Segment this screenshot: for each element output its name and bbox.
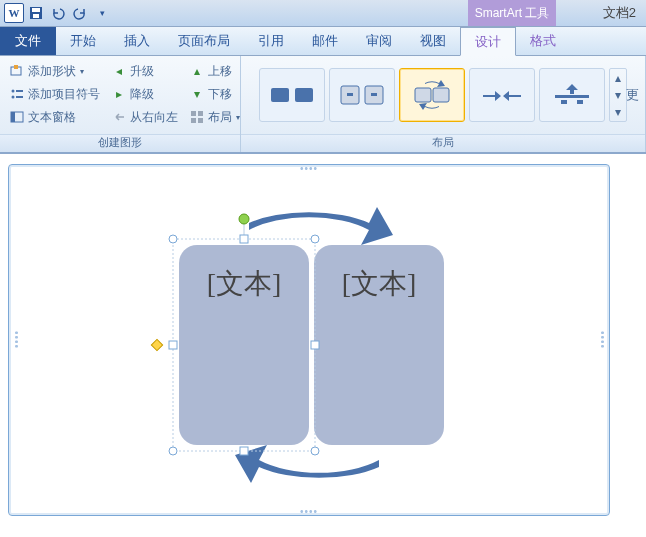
rtl-button[interactable]: 从右向左 [108,106,182,128]
title-bar: W ▾ SmartArt 工具 文档2 [0,0,646,27]
rtl-label: 从右向左 [130,109,178,126]
smartart-text-right[interactable]: [文本] [342,268,417,299]
scroll-up-icon: ▴ [610,69,626,86]
svg-point-5 [12,90,15,93]
layout-gallery: ▴ ▾ ▾ [259,68,627,122]
svg-rect-6 [16,90,23,92]
tab-home[interactable]: 开始 [56,27,110,55]
svg-rect-13 [191,118,196,123]
move-up-button[interactable]: ▴ 上移 [186,60,244,82]
tab-insert[interactable]: 插入 [110,27,164,55]
resize-handle-nw[interactable] [169,235,177,243]
resize-handle-sw[interactable] [169,447,177,455]
text-pane-label: 文本窗格 [28,109,76,126]
move-up-icon: ▴ [190,64,204,78]
gallery-expand-icon: ▾ [610,104,626,121]
group-create-label: 创建图形 [0,134,240,152]
demote-button[interactable]: ▸ 降级 [108,83,182,105]
frame-handle-bottom[interactable]: •••• [300,506,318,517]
undo-icon[interactable] [48,3,68,23]
ribbon: 添加形状 ▾ 添加项目符号 文本窗格 ◂ 升级 ▸ [0,56,646,154]
layout-option-4[interactable] [469,68,535,122]
svg-rect-1 [32,8,40,12]
tab-format[interactable]: 格式 [516,27,570,55]
smartart-text-left[interactable]: [文本] [207,268,282,299]
layout-split-button[interactable]: 布局 ▾ [186,106,244,128]
svg-rect-22 [371,93,377,96]
svg-rect-26 [561,100,567,104]
word-app-icon[interactable]: W [4,3,24,23]
scroll-down-icon: ▾ [610,86,626,103]
resize-handle-s[interactable] [240,447,248,455]
layout-option-5[interactable] [539,68,605,122]
tab-design[interactable]: 设计 [460,27,516,56]
quick-access-toolbar: W ▾ [0,3,112,23]
svg-rect-23 [415,88,431,102]
text-pane-icon [10,110,24,124]
promote-button[interactable]: ◂ 升级 [108,60,182,82]
dropdown-icon: ▾ [236,113,240,122]
svg-rect-10 [11,112,15,122]
resize-handle-e[interactable] [311,341,319,349]
svg-rect-15 [271,88,289,102]
adjust-handle[interactable] [151,339,162,350]
svg-rect-24 [433,88,449,102]
document-canvas[interactable]: •••• •••• •••• •••• [文本] [文本] [0,154,646,526]
svg-rect-2 [33,14,39,18]
tab-mail[interactable]: 邮件 [298,27,352,55]
svg-rect-8 [16,96,23,98]
add-shape-button[interactable]: 添加形状 ▾ [6,60,104,82]
bullet-icon [10,87,24,101]
layout-split-label: 布局 [208,109,232,126]
rtl-icon [112,110,126,124]
add-shape-label: 添加形状 [28,63,76,80]
add-bullet-label: 添加项目符号 [28,86,100,103]
promote-icon: ◂ [112,64,126,78]
redo-icon[interactable] [70,3,90,23]
svg-rect-21 [347,93,353,96]
layout-option-2[interactable] [329,68,395,122]
svg-rect-27 [577,100,583,104]
group-layout-label: 布局 [241,134,645,152]
smartart-frame[interactable]: •••• •••• •••• •••• [文本] [文本] [8,164,610,516]
file-tab[interactable]: 文件 [0,27,56,55]
layout-gallery-more[interactable]: ▴ ▾ ▾ [609,68,627,122]
frame-handle-right[interactable]: •••• [596,331,607,349]
svg-rect-16 [295,88,313,102]
layout-option-1[interactable] [259,68,325,122]
svg-point-7 [12,96,15,99]
layout-option-3-selected[interactable] [399,68,465,122]
move-down-button[interactable]: ▾ 下移 [186,83,244,105]
svg-rect-4 [14,65,18,69]
resize-handle-n[interactable] [240,235,248,243]
group-layout: ▴ ▾ ▾ 更 布局 [241,56,646,152]
tab-view[interactable]: 视图 [406,27,460,55]
resize-handle-ne[interactable] [311,235,319,243]
resize-handle-w[interactable] [169,341,177,349]
dropdown-icon: ▾ [80,67,84,76]
tab-reference[interactable]: 引用 [244,27,298,55]
resize-handle-se[interactable] [311,447,319,455]
contextual-tab-label: SmartArt 工具 [468,0,556,26]
group-create-graphic: 添加形状 ▾ 添加项目符号 文本窗格 ◂ 升级 ▸ [0,56,241,152]
move-down-label: 下移 [208,86,232,103]
document-title: 文档2 [603,0,636,26]
tab-review[interactable]: 审阅 [352,27,406,55]
promote-label: 升级 [130,63,154,80]
svg-rect-17 [275,93,279,97]
add-bullet-button[interactable]: 添加项目符号 [6,83,104,105]
save-icon[interactable] [26,3,46,23]
text-pane-button[interactable]: 文本窗格 [6,106,104,128]
svg-rect-11 [191,111,196,116]
tab-layout[interactable]: 页面布局 [164,27,244,55]
frame-handle-left[interactable]: •••• [11,331,22,349]
svg-rect-25 [555,95,589,98]
add-shape-icon [10,64,24,78]
demote-label: 降级 [130,86,154,103]
svg-rect-18 [299,93,303,97]
smartart-diagram[interactable]: [文本] [文本] [129,175,489,505]
rotation-handle[interactable] [239,214,249,224]
svg-rect-14 [198,118,203,123]
frame-handle-top[interactable]: •••• [300,163,318,174]
qat-dropdown-icon[interactable]: ▾ [92,3,112,23]
